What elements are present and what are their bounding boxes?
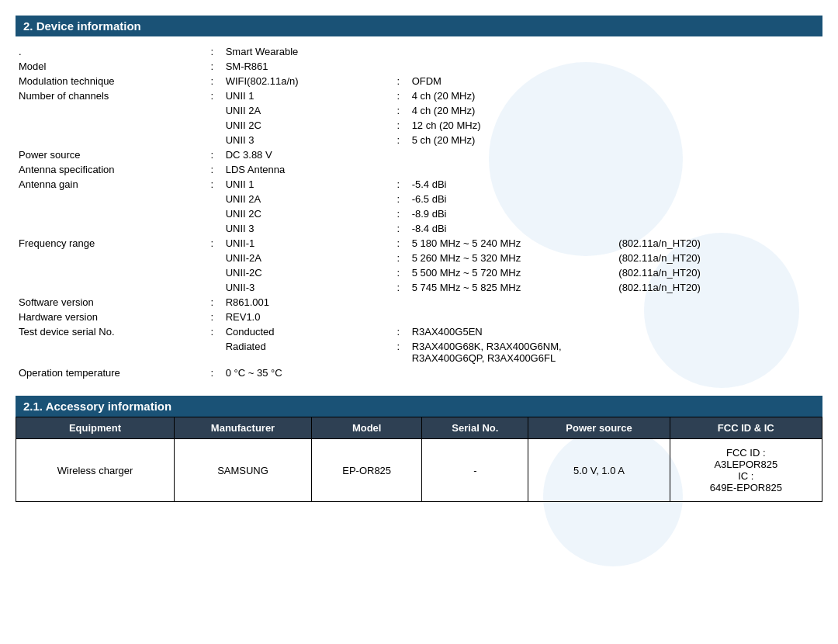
row-extra: (802.11a/n_HT20)	[615, 280, 822, 295]
row-colon	[202, 251, 223, 265]
row-extra	[615, 147, 822, 162]
row-label	[16, 118, 202, 133]
row-colon2: :	[388, 339, 409, 365]
row-colon	[202, 133, 223, 147]
device-row: Model:SM-R861	[16, 59, 822, 74]
row-colon	[202, 221, 223, 236]
accessory-col-header: Serial No.	[422, 417, 528, 439]
row-value: UNII-2A	[223, 251, 388, 265]
model-cell: EP-OR825	[312, 439, 422, 502]
row-extra	[615, 88, 822, 103]
device-row: Frequency range:UNII-1:5 180 MHz ~ 5 240…	[16, 236, 822, 251]
row-extra	[615, 192, 822, 206]
row-colon2: :	[388, 177, 409, 192]
row-value2: 4 ch (20 MHz)	[409, 88, 616, 103]
row-colon: :	[202, 295, 223, 310]
device-row: Modulation technique:WIFI(802.11a/n):OFD…	[16, 74, 822, 88]
row-value2: 5 260 MHz ~ 5 320 MHz	[409, 251, 616, 265]
row-extra	[615, 206, 822, 221]
row-value2: -5.4 dBi	[409, 177, 616, 192]
device-row: UNII 2C:12 ch (20 MHz)	[16, 118, 822, 133]
row-extra	[615, 310, 822, 324]
row-extra	[615, 44, 822, 59]
row-value2: 4 ch (20 MHz)	[409, 103, 616, 118]
row-value: UNII 2A	[223, 192, 388, 206]
device-row: UNII-2A:5 260 MHz ~ 5 320 MHz(802.11a/n_…	[16, 251, 822, 265]
row-value: 0 °C ~ 35 °C	[223, 365, 388, 380]
row-colon2: :	[388, 265, 409, 280]
row-value: LDS Antenna	[223, 162, 388, 177]
row-colon2	[388, 59, 409, 74]
row-extra	[615, 339, 822, 365]
power-cell: 5.0 V, 1.0 A	[528, 439, 670, 502]
device-row: Hardware version:REV1.0	[16, 310, 822, 324]
serial-cell: -	[422, 439, 528, 502]
row-colon: :	[202, 59, 223, 74]
device-row: Antenna specification:LDS Antenna	[16, 162, 822, 177]
fccid-cell: FCC ID :A3LEPOR825IC :649E-EPOR825	[670, 439, 822, 502]
row-colon: :	[202, 88, 223, 103]
row-extra	[615, 133, 822, 147]
row-colon2: :	[388, 206, 409, 221]
accessory-row: Wireless chargerSAMSUNGEP-OR825-5.0 V, 1…	[16, 439, 822, 502]
row-colon	[202, 339, 223, 365]
row-label	[16, 103, 202, 118]
row-extra	[615, 74, 822, 88]
accessory-col-header: Equipment	[16, 417, 175, 439]
row-value: UNII-1	[223, 236, 388, 251]
row-extra	[615, 221, 822, 236]
row-value2: 5 745 MHz ~ 5 825 MHz	[409, 280, 616, 295]
row-value: Smart Wearable	[223, 44, 388, 59]
accessory-col-header: FCC ID & IC	[670, 417, 822, 439]
row-colon	[202, 118, 223, 133]
row-colon	[202, 192, 223, 206]
section21-header: 2.1. Accessory information	[16, 396, 822, 417]
row-extra	[615, 59, 822, 74]
row-colon: :	[202, 236, 223, 251]
row-label: Antenna gain	[16, 177, 202, 192]
row-label	[16, 221, 202, 236]
row-value: UNII 1	[223, 177, 388, 192]
row-label: Test device serial No.	[16, 324, 202, 339]
row-value2	[409, 295, 616, 310]
row-label: Model	[16, 59, 202, 74]
row-value2: 5 ch (20 MHz)	[409, 133, 616, 147]
row-value: SM-R861	[223, 59, 388, 74]
row-colon2: :	[388, 280, 409, 295]
row-colon: :	[202, 74, 223, 88]
row-value: UNII 1	[223, 88, 388, 103]
row-label: Power source	[16, 147, 202, 162]
row-extra	[615, 324, 822, 339]
row-value: UNII 2A	[223, 103, 388, 118]
row-colon2: :	[388, 324, 409, 339]
accessory-col-header: Manufacturer	[175, 417, 312, 439]
row-colon2: :	[388, 118, 409, 133]
row-label: Operation temperature	[16, 365, 202, 380]
row-colon	[202, 206, 223, 221]
row-value2	[409, 162, 616, 177]
device-row: UNII-3:5 745 MHz ~ 5 825 MHz(802.11a/n_H…	[16, 280, 822, 295]
row-colon: :	[202, 147, 223, 162]
row-colon: :	[202, 365, 223, 380]
row-colon	[202, 280, 223, 295]
row-value: UNII 3	[223, 133, 388, 147]
row-value: REV1.0	[223, 310, 388, 324]
row-colon	[202, 103, 223, 118]
row-value2: -8.9 dBi	[409, 206, 616, 221]
row-value2: R3AX400G5EN	[409, 324, 616, 339]
row-colon2: :	[388, 221, 409, 236]
device-row: UNII-2C:5 500 MHz ~ 5 720 MHz(802.11a/n_…	[16, 265, 822, 280]
row-value: UNII 3	[223, 221, 388, 236]
row-colon2: :	[388, 74, 409, 88]
section2-header: 2. Device information	[16, 16, 822, 36]
row-value: WIFI(802.11a/n)	[223, 74, 388, 88]
row-colon2: :	[388, 236, 409, 251]
device-row: Test device serial No.:Conducted:R3AX400…	[16, 324, 822, 339]
row-label: Hardware version	[16, 310, 202, 324]
row-label	[16, 133, 202, 147]
row-colon2	[388, 365, 409, 380]
device-row: Antenna gain:UNII 1:-5.4 dBi	[16, 177, 822, 192]
device-row: Number of channels:UNII 1:4 ch (20 MHz)	[16, 88, 822, 103]
row-extra	[615, 295, 822, 310]
row-colon: :	[202, 44, 223, 59]
